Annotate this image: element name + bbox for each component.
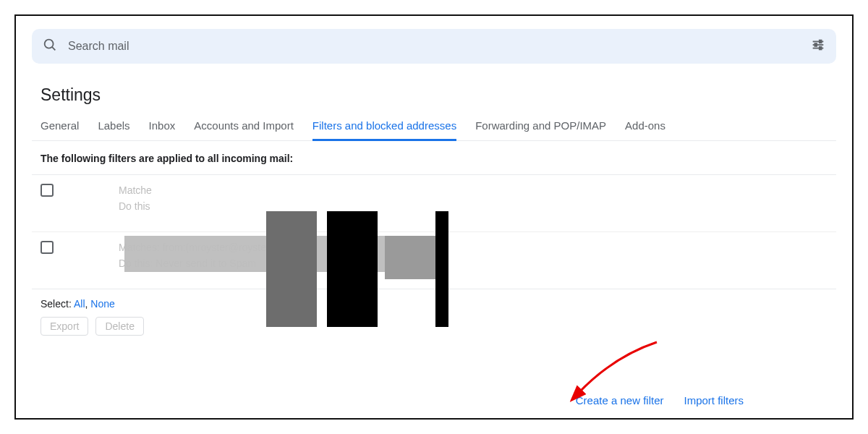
svg-point-0 <box>45 40 54 48</box>
import-filters-link[interactable]: Import filters <box>684 394 744 407</box>
tab-labels[interactable]: Labels <box>98 115 129 140</box>
delete-button[interactable]: Delete <box>95 317 143 336</box>
select-label: Select: <box>41 298 72 310</box>
filter-checkbox[interactable] <box>41 241 54 254</box>
do-this-label: Do this: <box>119 258 153 269</box>
tab-inbox[interactable]: Inbox <box>149 115 176 140</box>
svg-rect-6 <box>814 43 817 46</box>
svg-rect-7 <box>820 47 822 50</box>
filter-checkbox[interactable] <box>41 184 54 197</box>
filter-row: Matche Do this <box>32 175 836 232</box>
select-row: Select: All, None <box>32 289 836 314</box>
comma: , <box>85 298 88 310</box>
select-none-link[interactable]: None <box>90 298 114 310</box>
search-bar[interactable] <box>32 29 836 64</box>
app-window: Settings General Labels Inbox Accounts a… <box>14 14 854 420</box>
filters-section-heading: The following filters are applied to all… <box>32 141 836 174</box>
filter-description: Matches: from:(mroyster@royster.com) Do … <box>119 239 294 271</box>
page-title: Settings <box>32 81 836 115</box>
tab-accounts[interactable]: Accounts and Import <box>194 115 294 140</box>
tab-forwarding[interactable]: Forwarding and POP/IMAP <box>475 115 606 140</box>
tab-general[interactable]: General <box>41 115 79 140</box>
tune-icon[interactable] <box>810 37 826 56</box>
search-input[interactable] <box>68 40 800 53</box>
filter-description: Matche Do this <box>119 182 152 214</box>
filter-row: Matches: from:(mroyster@royster.com) Do … <box>32 232 836 289</box>
filter-list: Matche Do this Matches: from:(mroyster@r… <box>32 174 836 289</box>
tab-addons[interactable]: Add-ons <box>625 115 665 140</box>
create-filter-link[interactable]: Create a new filter <box>576 394 664 407</box>
select-all-link[interactable]: All <box>74 298 85 310</box>
do-this-value: Never send it to Spam <box>156 258 256 269</box>
settings-tabs: General Labels Inbox Accounts and Import… <box>32 115 836 141</box>
matches-value: from:(mroyster@royster.com) <box>163 242 294 253</box>
matches-label: Matche <box>119 184 152 196</box>
matches-label: Matches: <box>119 242 160 253</box>
svg-rect-5 <box>820 41 822 43</box>
svg-line-1 <box>52 47 55 50</box>
export-button[interactable]: Export <box>41 317 88 336</box>
tab-filters[interactable]: Filters and blocked addresses <box>312 115 456 141</box>
do-this-label: Do this <box>119 200 150 212</box>
search-icon <box>42 37 58 56</box>
